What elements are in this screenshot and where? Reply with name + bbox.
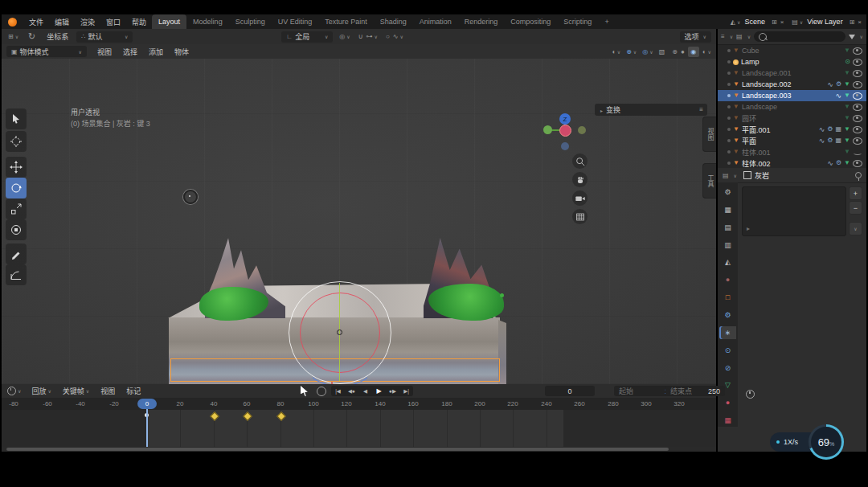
next-keyframe-button[interactable]: ●▶	[386, 386, 399, 396]
playhead-frame-pill[interactable]: 0	[137, 399, 157, 409]
frame-start-field[interactable]: 起始1	[614, 386, 674, 396]
outliner-row-landscape-001[interactable]: ▼ Landscape.001 ▼	[718, 68, 866, 79]
menu-timeline-view[interactable]: 视图	[95, 385, 121, 398]
nav-axis-y-ball[interactable]	[543, 125, 552, 134]
visibility-eye-closed-icon[interactable]	[853, 149, 862, 155]
filter-funnel-icon[interactable]	[849, 35, 855, 39]
workspace-tab-texture-paint[interactable]: Texture Paint	[318, 14, 374, 29]
visibility-eye-icon[interactable]	[853, 92, 862, 100]
tab-view-layer[interactable]: ▥	[719, 239, 736, 252]
tab-render[interactable]: ▦	[719, 203, 736, 216]
add-workspace-button[interactable]: +	[598, 14, 615, 29]
workspace-tab-scripting[interactable]: Scripting	[557, 14, 598, 29]
shading-solid-icon[interactable]: ●	[681, 48, 685, 55]
visibility-dropdown[interactable]: ∨	[617, 49, 620, 55]
camera-view-button[interactable]	[572, 190, 588, 206]
menu-object[interactable]: 物体	[169, 45, 194, 58]
hamburger-icon[interactable]: ≡	[699, 106, 703, 113]
play-button[interactable]: ▶	[372, 386, 386, 396]
timeline-editor-type-icon[interactable]	[7, 387, 16, 395]
menu-playback[interactable]: 回放∨	[26, 385, 56, 398]
menu-edit[interactable]: 编辑	[49, 15, 75, 28]
play-reverse-button[interactable]: ◀	[358, 386, 372, 396]
tool-annotate[interactable]	[6, 244, 27, 264]
tool-cursor[interactable]	[6, 131, 27, 152]
pivot-dropdown[interactable]: ∨	[346, 34, 350, 39]
menu-add[interactable]: 添加	[143, 45, 169, 58]
outliner-row-plane[interactable]: ▼ 平面 ∿ ⚙ ▦ ▼	[718, 135, 866, 146]
playhead-line[interactable]	[146, 407, 148, 447]
new-scene-button[interactable]: ⊞	[772, 18, 777, 26]
workspace-tab-modeling[interactable]: Modeling	[186, 14, 229, 29]
tool-measure[interactable]	[6, 264, 27, 285]
timeline-track[interactable]	[2, 410, 716, 447]
new-view-layer-button[interactable]: ⊞	[850, 18, 855, 26]
outliner-row-lamp[interactable]: Lamp ⊙	[718, 56, 866, 68]
nav-axis-z-ball[interactable]: Z	[559, 113, 571, 125]
menu-window[interactable]: 窗口	[100, 15, 126, 28]
auto-keying-button[interactable]	[317, 387, 326, 396]
tool-scale[interactable]	[6, 198, 27, 219]
shading-wireframe-icon[interactable]: ⊕	[672, 48, 678, 55]
mode-select[interactable]: ▣ 物体模式 ∨	[6, 46, 87, 57]
editor-type-icon[interactable]: ⊞	[8, 33, 14, 40]
orientation-select[interactable]: ∴ 默认 ∨	[76, 31, 133, 43]
outliner-search-input[interactable]	[754, 31, 845, 42]
nav-axis-y-neg-ball[interactable]	[578, 126, 586, 134]
frame-end-field[interactable]: 结束点250	[665, 386, 725, 396]
pivot-point-icon[interactable]: ◎	[339, 33, 345, 40]
menu-file[interactable]: 文件	[23, 15, 49, 28]
timeline-editor-dropdown[interactable]: ∨	[18, 388, 21, 394]
tab-object[interactable]: □	[719, 291, 736, 304]
tab-texture[interactable]: ▦	[719, 414, 736, 427]
menu-keyframes[interactable]: 关键帧∨	[57, 385, 95, 398]
outliner-display-mode-icon[interactable]: ≡	[721, 33, 725, 40]
overlays-toggle-icon[interactable]: ◎	[642, 48, 648, 55]
visibility-eye-icon[interactable]	[853, 160, 862, 167]
visibility-eye-icon[interactable]	[853, 115, 862, 122]
tab-modifiers[interactable]: ⚙	[719, 309, 736, 321]
xray-toggle-icon[interactable]: ▧	[659, 48, 665, 55]
scene-name[interactable]: Scene	[744, 18, 765, 26]
tab-tool[interactable]: ⚙	[719, 186, 736, 198]
visibility-eye-icon[interactable]	[853, 47, 862, 55]
list-add-button[interactable]: +	[849, 186, 862, 200]
filter-dropdown[interactable]: ∨	[860, 34, 863, 39]
shading-rendered-icon[interactable]: ◐	[702, 48, 706, 55]
tab-particles[interactable]: ∗	[719, 326, 736, 339]
outliner-row-cylinder-001[interactable]: ▼ 柱体.001 ▼	[718, 146, 866, 158]
scene-dropdown[interactable]: ∨	[737, 19, 740, 25]
view-layer-name[interactable]: View Layer	[807, 18, 842, 26]
list-specials-button[interactable]: ∨	[849, 222, 862, 235]
properties-editor-dropdown[interactable]: ∨	[734, 173, 737, 178]
display-mode-dropdown[interactable]: ∨	[730, 34, 733, 39]
menu-view[interactable]: 视图	[92, 45, 117, 58]
tool-select-box[interactable]	[6, 108, 27, 129]
transform-panel-header[interactable]: ▸变换 ≡	[595, 104, 707, 116]
snap-magnet-icon[interactable]: ∪	[358, 33, 363, 40]
overlays-dropdown[interactable]: ∨	[649, 49, 653, 55]
outliner-row-cylinder-002[interactable]: ▼ 柱体.002 ∿ ⚙ ▼	[718, 158, 866, 169]
properties-editor-type-icon[interactable]: ▤	[723, 172, 729, 179]
view-layer-dropdown[interactable]: ∨	[800, 19, 803, 25]
list-expander-icon[interactable]: ▸	[747, 225, 750, 232]
workspace-tab-compositing[interactable]: Compositing	[504, 14, 557, 29]
options-dropdown[interactable]: 选项∨	[680, 31, 711, 43]
tab-physics[interactable]: ⊙	[719, 344, 736, 357]
workspace-tab-uv-editing[interactable]: UV Editing	[272, 14, 319, 29]
workspace-tab-rendering[interactable]: Rendering	[458, 14, 505, 29]
zoom-button[interactable]	[572, 153, 588, 169]
menu-select[interactable]: 选择	[117, 45, 143, 58]
nav-axis-x-ball[interactable]	[559, 125, 571, 137]
outliner-row-landscape[interactable]: ▼ Landscape ▼	[718, 101, 866, 113]
tab-scene[interactable]: ◭	[719, 256, 736, 268]
tab-world[interactable]: ●	[719, 273, 736, 286]
outliner-row-plane-001[interactable]: ▼ 平面.001 ∿ ⚙ ▦ ▼	[718, 124, 866, 135]
outliner-row-landscape-002[interactable]: ▼ Landscape.002 ∿ ⚙ ▼	[718, 79, 866, 90]
pan-hand-button[interactable]	[572, 172, 588, 187]
transform-orientation-select[interactable]: ∟ 全局 ∨	[281, 31, 333, 43]
editor-type-dropdown[interactable]: ∨	[15, 34, 18, 39]
viewport-3d[interactable]: 用户透视 (0) 场景集合 | 灰岩 : 键 3	[2, 59, 716, 384]
snap-target-icon[interactable]: ⊶	[366, 33, 373, 40]
outliner-filter-collection-icon[interactable]: ▤	[736, 33, 743, 40]
